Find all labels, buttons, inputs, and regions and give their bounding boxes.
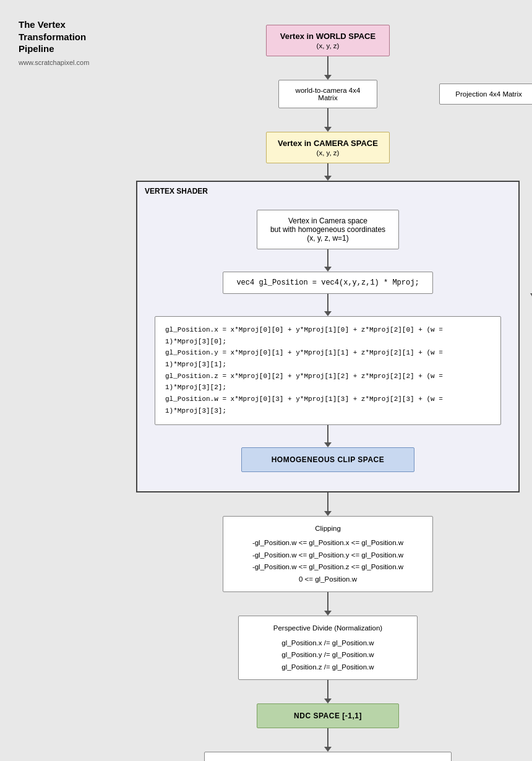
homogeneous-line3: (x, y, z, w=1) [267, 234, 388, 243]
clipping-label: Clipping [233, 523, 423, 535]
equation-line4: gl_Position.w = x*Mproj[0][3] + y*Mproj[… [165, 393, 491, 416]
arrow-matrix-to-camera [324, 108, 332, 132]
camera-space-label: Vertex in CAMERA SPACE [277, 139, 379, 148]
equation-box: gl_Position.x = x*Mproj[0][0] + y*Mproj[… [155, 316, 501, 425]
viewport-box: Viewport Transform gl_Position.x = (gl_P… [204, 752, 452, 761]
perspective-line1: gl_Position.x /= gl_Position.w [249, 637, 407, 650]
equation-line2: gl_Position.y = x*Mproj[0][1] + y*Mproj[… [165, 347, 491, 370]
homogeneous-line2: but with homogeneous coordinates [267, 225, 388, 234]
world-space-label: Vertex in WORLD SPACE [277, 32, 379, 41]
viewport-label: Viewport Transform [215, 759, 441, 761]
clip-space-box: HOMOGENEOUS CLIP SPACE [241, 447, 414, 472]
projection-matrix-box: Projection 4x4 Matrix [439, 84, 532, 105]
diagram: Vertex in WORLD SPACE (x, y, z) world-to… [136, 25, 520, 761]
arrow-world-to-matrix [324, 56, 332, 80]
vertex-shader-label: VERTEX SHADER [145, 187, 208, 196]
world-to-camera-label: world-to-camera 4x4 Matrix [286, 87, 369, 101]
camera-space-coords: (x, y, z) [277, 149, 379, 157]
camera-space-box: Vertex in CAMERA SPACE (x, y, z) [266, 132, 390, 163]
projection-matrix-label: Projection 4x4 Matrix [447, 90, 530, 98]
clipping-line3: -gl_Position.w <= gl_Position.z <= gl_Po… [233, 561, 423, 574]
clip-space-label: HOMOGENEOUS CLIP SPACE [252, 455, 404, 464]
website: www.scratchapixel.com [19, 59, 118, 66]
clipping-line2: -gl_Position.w <= gl_Position.y <= gl_Po… [233, 549, 423, 562]
title-block: The Vertex Transformation Pipeline www.s… [19, 19, 118, 66]
clipping-box: Clipping -gl_Position.w <= gl_Position.x… [223, 516, 433, 593]
clipping-line1: -gl_Position.w <= gl_Position.x <= gl_Po… [233, 537, 423, 549]
projection-matrix-section: Projection 4x4 Matrix [439, 84, 532, 105]
gl-position-box: vec4 gl_Position = vec4(x,y,z,1) * Mproj… [223, 272, 433, 294]
title-main: The Vertex Transformation Pipeline [19, 19, 118, 55]
vertex-shader-container: VERTEX SHADER Vertex in Camera space but… [136, 181, 520, 492]
page: The Vertex Transformation Pipeline www.s… [0, 0, 532, 761]
homogeneous-line1: Vertex in Camera space [267, 217, 388, 225]
arrow-clipspace-to-clipping [324, 492, 332, 516]
homogeneous-row: Vertex in Camera space but with homogene… [150, 210, 506, 249]
ndc-space-label: NDC SPACE [-1,1] [267, 712, 388, 720]
arrow-camera-to-shader [324, 163, 332, 181]
perspective-line2: gl_Position.y /= gl_Position.w [249, 649, 407, 661]
world-to-camera-matrix-box: world-to-camera 4x4 Matrix [278, 80, 377, 108]
ndc-space-box: NDC SPACE [-1,1] [257, 703, 399, 728]
world-space-box: Vertex in WORLD SPACE (x, y, z) [266, 25, 390, 56]
homogeneous-box: Vertex in Camera space but with homogene… [257, 210, 399, 249]
gl-position-label: vec4 gl_Position = vec4(x,y,z,1) * Mproj… [233, 278, 423, 287]
projection-connector-svg [503, 142, 532, 303]
perspective-box: Perspective Divide (Normalization) gl_Po… [238, 616, 418, 680]
arrow-eq-to-clipspace [324, 425, 332, 447]
perspective-line3: gl_Position.z /= gl_Position.w [249, 661, 407, 674]
arrow-clipping-to-persp [324, 592, 332, 616]
arrow-ndc-to-viewport [324, 728, 332, 752]
arrow-homo-to-glpos [324, 249, 332, 272]
perspective-label: Perspective Divide (Normalization) [249, 622, 407, 635]
equation-line1: gl_Position.x = x*Mproj[0][0] + y*Mproj[… [165, 324, 491, 347]
equation-line3: gl_Position.z = x*Mproj[0][2] + y*Mproj[… [165, 371, 491, 393]
clipping-line4: 0 <= gl_Position.w [233, 574, 423, 586]
arrow-persp-to-ndc [324, 680, 332, 703]
world-space-coords: (x, y, z) [277, 42, 379, 49]
arrow-glpos-to-eq [324, 294, 332, 316]
